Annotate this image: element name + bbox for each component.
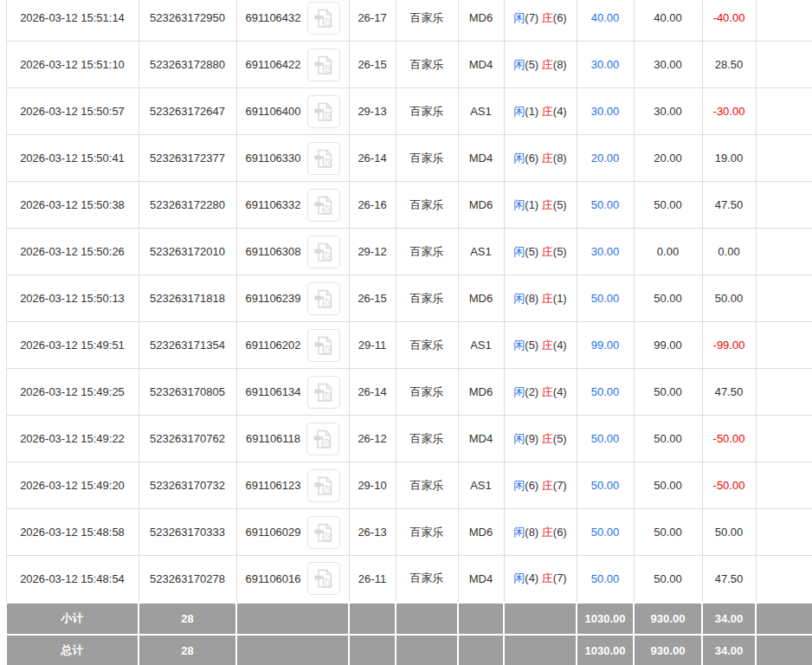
result-cell: 闲(6) 庄(8)	[504, 135, 577, 182]
video-record-icon	[313, 100, 335, 123]
game-type-cell: 百家乐	[396, 416, 458, 462]
round-cell: 29-13	[349, 88, 396, 135]
round-cell: 26-16	[349, 182, 396, 229]
video-replay-button[interactable]	[307, 189, 340, 222]
player-label: 闲	[513, 198, 525, 211]
video-replay-button[interactable]	[307, 562, 340, 595]
bet-amount-cell: 50.00	[634, 369, 702, 416]
bet-time-cell: 2026-03-12 15:51:10	[6, 42, 139, 88]
win-loss-cell: 50.00	[702, 275, 756, 322]
table-row: 2026-03-12 15:51:10 523263172880 6911064…	[6, 42, 812, 88]
result-cell: 闲(2) 庄(4)	[504, 369, 577, 416]
blank-cell	[756, 0, 812, 42]
video-replay-button[interactable]	[307, 95, 340, 128]
player-score: (5)	[525, 58, 538, 71]
result-cell: 闲(8) 庄(6)	[504, 509, 577, 556]
order-number-cell: 523263172280	[139, 182, 236, 229]
valid-bet-cell[interactable]: 40.00	[577, 0, 634, 42]
win-loss-cell: 28.50	[702, 42, 756, 88]
win-loss-cell: 47.50	[702, 182, 756, 229]
valid-bet-cell[interactable]: 30.00	[577, 229, 634, 275]
video-replay-button[interactable]	[307, 236, 340, 268]
order-number-cell: 523263172010	[139, 229, 236, 275]
video-replay-button[interactable]	[307, 2, 340, 35]
banker-label: 庄	[542, 526, 553, 539]
bet-amount-cell: 50.00	[634, 275, 702, 322]
bet-time-cell: 2026-03-12 15:50:38	[6, 182, 139, 229]
banker-label: 庄	[542, 479, 553, 492]
valid-bet-cell[interactable]: 50.00	[577, 369, 634, 416]
summary-bet-amount: 930.00	[634, 635, 702, 665]
table-row: 2026-03-12 15:50:26 523263172010 6911063…	[6, 229, 812, 275]
player-label: 闲	[513, 292, 525, 305]
video-replay-button[interactable]	[306, 423, 339, 455]
game-type-cell: 百家乐	[396, 42, 458, 88]
banker-score: (7)	[553, 479, 567, 492]
banker-label: 庄	[542, 11, 553, 24]
summary-row: 小计 28 1030.00 930.00 34.00	[6, 603, 812, 635]
order-number-cell: 523263172377	[139, 135, 236, 182]
video-record-icon	[313, 567, 335, 590]
valid-bet-cell[interactable]: 20.00	[577, 135, 634, 182]
player-label: 闲	[513, 11, 525, 24]
banker-score: (6)	[553, 11, 567, 24]
round-cell: 26-13	[349, 509, 396, 556]
valid-bet-cell[interactable]: 50.00	[577, 416, 634, 462]
banker-label: 庄	[542, 198, 553, 211]
video-replay-button[interactable]	[307, 48, 340, 81]
win-loss-cell: 50.00	[702, 509, 756, 556]
player-label: 闲	[513, 526, 525, 539]
valid-bet-cell[interactable]: 30.00	[577, 42, 634, 88]
valid-bet-cell[interactable]: 50.00	[577, 182, 634, 229]
blank-cell	[756, 182, 812, 229]
video-replay-button[interactable]	[307, 516, 340, 549]
banker-score: (5)	[553, 198, 567, 211]
win-loss-cell: -40.00	[702, 0, 756, 42]
result-cell: 闲(5) 庄(5)	[504, 229, 577, 275]
order-number-cell: 523263170762	[139, 416, 236, 462]
player-label: 闲	[513, 571, 525, 584]
video-replay-button[interactable]	[307, 469, 340, 502]
bet-amount-cell: 0.00	[634, 229, 702, 275]
bet-time-cell: 2026-03-12 15:48:54	[6, 556, 139, 603]
game-number-cell: 691106202	[236, 322, 349, 369]
win-loss-cell: -50.00	[702, 462, 756, 509]
video-replay-button[interactable]	[307, 376, 340, 409]
win-loss-cell: 19.00	[702, 135, 756, 182]
video-replay-button[interactable]	[307, 329, 340, 362]
valid-bet-cell[interactable]: 50.00	[577, 275, 634, 322]
order-number-cell: 523263172880	[139, 42, 236, 88]
valid-bet-cell[interactable]: 50.00	[577, 509, 634, 556]
valid-bet-cell[interactable]: 50.00	[577, 462, 634, 509]
video-record-icon	[313, 194, 335, 216]
blank-cell	[756, 462, 812, 509]
banker-label: 庄	[542, 105, 553, 118]
valid-bet-cell[interactable]: 99.00	[577, 322, 634, 369]
round-cell: 26-17	[349, 0, 396, 42]
game-type-cell: 百家乐	[396, 135, 458, 182]
bet-amount-cell: 40.00	[634, 0, 702, 42]
game-number: 691106308	[245, 245, 300, 258]
game-type-cell: 百家乐	[396, 88, 458, 135]
valid-bet-cell[interactable]: 30.00	[577, 88, 634, 135]
video-replay-button[interactable]	[307, 142, 340, 175]
blank-cell	[756, 322, 812, 369]
video-replay-button[interactable]	[307, 282, 340, 315]
player-score: (6)	[525, 479, 538, 492]
game-number: 691106239	[245, 292, 300, 305]
order-number-cell: 523263172647	[139, 88, 236, 135]
bet-time-cell: 2026-03-12 15:49:51	[6, 322, 139, 369]
player-label: 闲	[513, 245, 525, 258]
game-number: 691106422	[245, 58, 300, 71]
result-cell: 闲(5) 庄(4)	[504, 322, 577, 369]
valid-bet-cell[interactable]: 50.00	[577, 556, 634, 603]
player-score: (7)	[525, 11, 538, 24]
result-cell: 闲(6) 庄(7)	[504, 462, 577, 509]
game-number: 691106400	[245, 105, 300, 118]
banker-label: 庄	[542, 432, 553, 445]
video-record-icon	[313, 334, 335, 357]
order-number-cell: 523263170278	[139, 556, 236, 603]
game-type-cell: 百家乐	[396, 556, 458, 603]
order-number-cell: 523263171354	[139, 322, 236, 369]
bet-time-cell: 2026-03-12 15:50:26	[6, 229, 139, 275]
